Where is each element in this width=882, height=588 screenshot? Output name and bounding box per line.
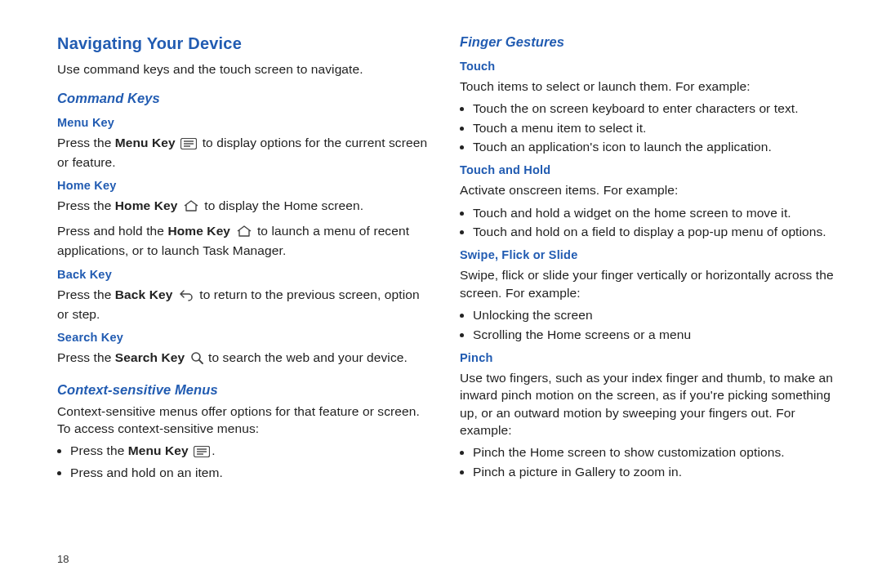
context-menus-heading: Context-sensitive Menus xyxy=(57,381,434,399)
manual-page: Navigating Your Device Use command keys … xyxy=(0,0,882,588)
page-number: 18 xyxy=(57,553,69,565)
back-key-text: Press the Back Key to return to the prev… xyxy=(57,286,434,323)
back-key-icon xyxy=(178,288,194,305)
text-fragment: Press the xyxy=(57,136,115,149)
section-title: Navigating Your Device xyxy=(57,33,434,56)
home-key-icon xyxy=(183,199,199,216)
text-fragment: Press the xyxy=(57,350,115,364)
swipe-text: Swipe, flick or slide your finger vertic… xyxy=(460,266,836,301)
list-item: Touch and hold a widget on the home scre… xyxy=(473,204,836,221)
pinch-list: Pinch the Home screen to show customizat… xyxy=(460,443,836,480)
bold-fragment: Back Key xyxy=(115,287,173,301)
menu-key-icon xyxy=(194,444,210,461)
list-item: Press the Menu Key . xyxy=(70,442,434,461)
touch-hold-heading: Touch and Hold xyxy=(460,162,836,178)
swipe-list: Unlocking the screen Scrolling the Home … xyxy=(460,306,836,343)
search-key-text: Press the Search Key to search the web a… xyxy=(57,349,434,368)
search-key-heading: Search Key xyxy=(57,329,434,345)
context-menus-text: Context-sensitive menus offer options fo… xyxy=(57,403,434,438)
bold-fragment: Menu Key xyxy=(128,443,189,457)
list-item: Touch an application's icon to launch th… xyxy=(473,138,836,155)
svg-line-5 xyxy=(199,360,203,363)
touch-list: Touch the on screen keyboard to enter ch… xyxy=(460,100,836,155)
pinch-heading: Pinch xyxy=(460,350,836,366)
bold-fragment: Menu Key xyxy=(115,136,176,149)
right-column: Finger Gestures Touch Touch items to sel… xyxy=(460,33,841,572)
list-item: Unlocking the screen xyxy=(473,306,836,323)
touch-heading: Touch xyxy=(460,58,836,74)
touch-hold-list: Touch and hold a widget on the home scre… xyxy=(460,204,836,241)
command-keys-heading: Command Keys xyxy=(57,89,434,108)
context-menus-list: Press the Menu Key . Press and hold on a… xyxy=(57,442,434,481)
list-item: Pinch the Home screen to show customizat… xyxy=(473,443,836,461)
text-fragment: to search the web and your device. xyxy=(208,350,408,364)
list-item: Press and hold on an item. xyxy=(70,464,434,481)
home-key-text-1: Press the Home Key to display the Home s… xyxy=(57,197,434,216)
text-fragment: Press and hold the xyxy=(57,224,167,238)
list-item: Pinch a picture in Gallery to zoom in. xyxy=(473,463,836,480)
menu-key-icon xyxy=(180,136,197,154)
finger-gestures-heading: Finger Gestures xyxy=(460,33,836,51)
home-key-heading: Home Key xyxy=(57,177,434,194)
bold-fragment: Home Key xyxy=(167,224,230,238)
pinch-text: Use two fingers, such as your index fing… xyxy=(460,369,836,439)
home-key-text-2: Press and hold the Home Key to launch a … xyxy=(57,222,434,260)
home-key-icon xyxy=(236,225,252,242)
intro-text: Use command keys and the touch screen to… xyxy=(57,60,434,78)
text-fragment: to display the Home screen. xyxy=(204,198,363,212)
menu-key-text: Press the Menu Key to display options fo… xyxy=(57,134,434,172)
list-item: Scrolling the Home screens or a menu xyxy=(473,326,836,343)
list-item: Touch the on screen keyboard to enter ch… xyxy=(473,100,836,117)
back-key-heading: Back Key xyxy=(57,266,434,283)
text-fragment: Press the xyxy=(70,443,128,457)
text-fragment: Press the xyxy=(57,198,115,212)
touch-hold-text: Activate onscreen items. For example: xyxy=(460,181,836,198)
text-fragment: Press the xyxy=(57,287,115,301)
list-item: Touch a menu item to select it. xyxy=(473,119,836,136)
bold-fragment: Home Key xyxy=(115,198,178,212)
swipe-heading: Swipe, Flick or Slide xyxy=(460,247,836,263)
left-column: Navigating Your Device Use command keys … xyxy=(57,33,434,572)
list-item: Touch and hold on a field to display a p… xyxy=(473,223,836,240)
bold-fragment: Search Key xyxy=(115,350,185,364)
touch-text: Touch items to select or launch them. Fo… xyxy=(460,78,836,95)
menu-key-heading: Menu Key xyxy=(57,114,434,131)
text-fragment: . xyxy=(212,443,215,457)
search-key-icon xyxy=(190,351,203,368)
